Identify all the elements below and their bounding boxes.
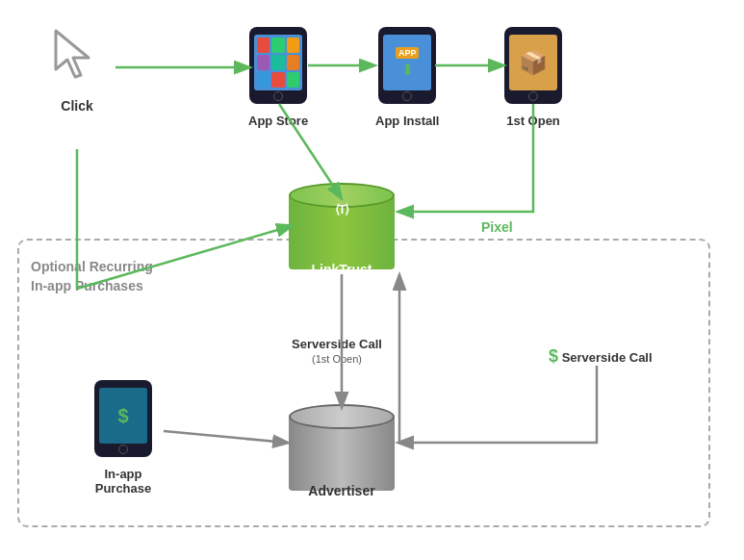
serverside-right-text: Serverside Call: [562, 350, 653, 365]
app-install-label: App Install: [375, 114, 439, 128]
download-icon: ⬇: [401, 61, 414, 79]
inapp-label: In-app Purchase: [85, 467, 162, 496]
first-open-phone: 📦 1st Open: [504, 27, 562, 128]
diagram: Optional RecurringIn-app Purchases Click: [0, 0, 744, 560]
click-label: Click: [38, 98, 115, 114]
app-badge: APP: [396, 47, 420, 59]
app-store-phone: App Store: [248, 27, 308, 128]
dollar-icon: $: [117, 405, 128, 427]
linktrust-cylinder: ⟨T⟩ LinkTrust: [289, 183, 395, 277]
inapp-phone: $ In-app Purchase: [85, 380, 162, 496]
optional-label: Optional RecurringIn-app Purchases: [31, 258, 156, 295]
linktrust-icon: ⟨T⟩: [289, 202, 395, 216]
app-install-phone: APP ⬇ App Install: [375, 27, 439, 128]
serverside-call-right-label: $ Serverside Call: [549, 346, 653, 367]
serverside-call-sub: (1st Open): [312, 353, 362, 365]
pixel-label: Pixel: [481, 219, 513, 235]
cursor-icon: [38, 27, 115, 92]
advertiser-cylinder: Advertiser: [289, 404, 395, 498]
click-area: Click: [38, 27, 115, 114]
svg-marker-0: [56, 31, 89, 77]
linktrust-label: LinkTrust: [289, 262, 395, 277]
first-open-label: 1st Open: [504, 114, 562, 128]
serverside-call-label: Serverside Call (1st Open): [279, 337, 395, 366]
dollar-right-icon: $: [549, 346, 558, 366]
advertiser-label: Advertiser: [289, 483, 395, 498]
app-store-label: App Store: [248, 114, 308, 128]
